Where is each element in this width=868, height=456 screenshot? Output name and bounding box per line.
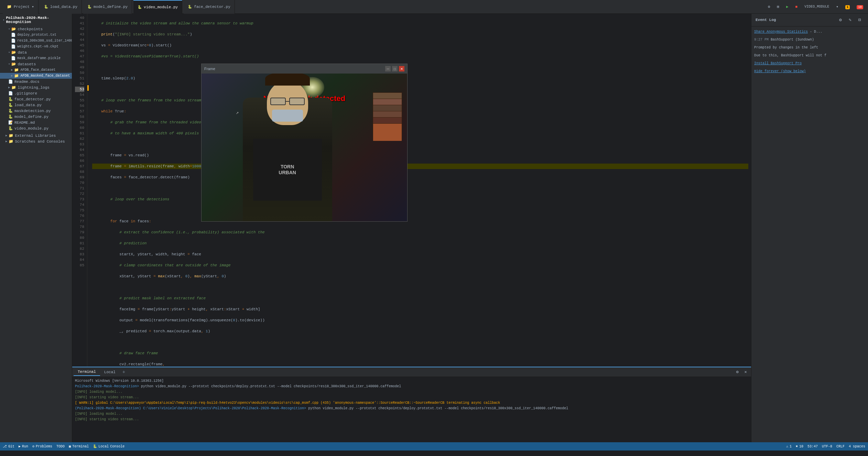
terminal-settings-icon[interactable]: ⚙ [733,368,741,376]
indicator-arrow: ↗ [236,110,239,115]
frame-window: Frame ─ □ ✕ TORNURBAN [201,64,408,222]
sidebar-label: res10_300x300_ssd_iter_140000.caffemodel [17,39,72,43]
line-col-status[interactable]: 53:47 [807,445,818,448]
file-icon: 📄 [11,33,16,37]
terminal-line: [INFO] starting video stream... [75,417,748,422]
sidebar-item-model-define[interactable]: 🐍 model_define.py [0,114,72,120]
sidebar-item-scratches[interactable]: ▶ 📁 Scratches and Consoles [0,138,72,144]
folder-icon: 📁 [14,68,19,72]
git-icon: ⎇ [3,444,7,448]
terminal-icon: ▣ [69,444,71,448]
folder-icon: 📂 [11,62,16,66]
sidebar-item-datasets[interactable]: ▾ 📂 datasets [0,61,72,67]
project-dropdown[interactable]: 📁 Project ▾ [3,0,39,14]
terminal-close-icon[interactable]: ✕ [741,368,750,376]
sidebar-item-face-detector[interactable]: 🐍 face_detector.py [0,96,72,102]
tab-label: load_data.py [50,5,77,9]
event-time: 9:27 PM [754,38,769,42]
sidebar-label: data [18,51,26,55]
person-head [267,80,308,125]
module-label[interactable]: VIDEO_MODULE [802,4,831,9]
indent-status[interactable]: 4 spaces [849,445,865,448]
folder-icon: 📁 [11,85,16,90]
sidebar-header[interactable]: ▾ Polihack-2020-Mask-Recognition [0,14,72,26]
sidebar-item-deploy[interactable]: 📄 deploy_prototxt.txt [0,32,72,38]
sidebar-item-afdb-masked[interactable]: ▶ 📁 AFDB_masked_face_dataset [0,73,72,79]
py-file-icon: 🐍 [188,5,192,9]
git-status[interactable]: ⎇ Git [3,444,14,448]
encoding-label: UTF-8 [822,445,832,448]
sidebar-item-lightning[interactable]: ▶ 📁 lightning_logs [0,85,72,90]
python-console-status[interactable]: 🐍 Local Console [93,444,124,448]
event-log-settings-icon[interactable]: ⚙ [836,16,845,24]
py-icon: 🐍 [8,103,13,107]
file-icon: 📄 [11,38,16,43]
layout-icon[interactable]: ⊞ [775,4,781,10]
terminal-line: [INFO] loading model... [75,389,748,394]
sidebar-item-caffemodel[interactable]: 📄 res10_300x300_ssd_iter_140000.caffemod… [0,38,72,44]
settings-icon[interactable]: ⚙ [766,4,772,10]
python-console-suffix: Console [110,445,124,448]
sidebar-item-load-data[interactable]: 🐍 load_data.py [0,102,72,108]
stop-icon[interactable]: ■ [793,4,800,10]
editor-area: 4041424344 4546474849 505152 53 54555657… [72,14,751,367]
warning-count: 1 [843,4,852,10]
warning-status[interactable]: ⚠ 1 [786,444,792,448]
chevron-right-icon: ▶ [6,134,7,137]
tab-terminal[interactable]: Terminal [74,368,100,376]
sidebar-item-mask-df[interactable]: 📄 mask_dataframe.pickle [0,55,72,61]
run-status[interactable]: ▶ Run [19,444,28,448]
sidebar-label: External Libraries [15,134,56,138]
folder-icon: 📁 [9,139,13,144]
editor-content[interactable]: 4041424344 4546474849 505152 53 54555657… [72,14,751,367]
hide-link[interactable]: Hide forever (show below) [754,69,806,73]
encoding-status[interactable]: UTF-8 [822,445,832,448]
maximize-button[interactable]: □ [392,66,398,71]
sidebar-item-weights[interactable]: 📄 weights.ckpt-v0.ckpt [0,44,72,49]
event-log: Event Log ⚙ ✎ ⊟ Share Anonymous Statisti… [751,14,868,442]
sidebar-item-maskdetection[interactable]: 🐍 maskdetection.py [0,108,72,114]
sidebar-item-afdb[interactable]: ▶ 📁 AFDB_face_dataset [0,67,72,73]
statusbar: ⎇ Git ▶ Run ⊘ Problems TODO ▣ Terminal 🐍… [0,442,868,451]
line-ending-status[interactable]: CRLF [836,445,845,448]
problems-status[interactable]: ⊘ Problems [32,444,52,448]
problems-label: Problems [36,445,52,448]
sidebar-label: AFDB_face_dataset [20,68,55,72]
add-tab-button[interactable]: + [120,368,128,376]
sidebar-item-gitignore[interactable]: 📄 .gitignore [0,90,72,96]
sidebar-item-data[interactable]: ▾ 📂 data [0,49,72,55]
sidebar-item-readme-md[interactable]: 📝 README.md [0,120,72,125]
terminal-content[interactable]: Microsoft Windows [Version 10.0.18363.12… [72,377,751,442]
folder-icon: 📁 [9,133,13,138]
event-action1: Install BashSupport Pro [754,61,865,66]
event-log-filter-icon[interactable]: ⊟ [856,16,864,24]
event-link[interactable]: Share Anonymous Statistics [754,30,808,34]
sidebar-label: load_data.py [14,103,42,107]
sidebar-item-external-libraries[interactable]: ▶ 📁 External Libraries [0,133,72,138]
error-status[interactable]: ✖ 10 [796,444,803,448]
tab-video-module[interactable]: 🐍 video_module.py [133,0,182,14]
tab-load-data[interactable]: 🐍 load_data.py [40,0,82,14]
run-icon[interactable]: ▶ [784,4,791,10]
event-log-edit-icon[interactable]: ✎ [846,16,854,24]
tab-local[interactable]: Local [100,369,120,376]
code-area[interactable]: # initialize the video stream and allow … [89,14,751,367]
frame-titlebar[interactable]: Frame ─ □ ✕ [202,64,407,74]
sidebar-item-checkpoints[interactable]: ▾ 📂 checkpoints [0,26,72,32]
terminal-status[interactable]: ▣ Terminal [69,444,89,448]
minimize-button[interactable]: ─ [385,66,391,71]
todo-status[interactable]: TODO [56,445,65,448]
event-entry: Share Anonymous Statistics - D... [754,29,865,34]
sidebar-item-readme-docs[interactable]: 📄 Readme.docs [0,79,72,85]
tab-model-define[interactable]: 🐍 model_define.py [83,0,132,14]
close-button[interactable]: ✕ [399,66,404,71]
sidebar-item-video-module[interactable]: 🐍 video_module.py [0,125,72,131]
frame-image: TORNURBAN No face mask detected ↗ [202,74,407,221]
tab-face-detector[interactable]: 🐍 face_detector.py [184,0,235,14]
chevron-run-icon[interactable]: ▾ [834,4,840,10]
install-link[interactable]: Install BashSupport Pro [754,62,802,65]
todo-label: TODO [56,445,65,448]
git-label: Git [8,445,14,448]
chevron-right-icon: ▶ [11,74,13,78]
event-log-content: Share Anonymous Statistics - D... 9:27 P… [751,26,868,442]
